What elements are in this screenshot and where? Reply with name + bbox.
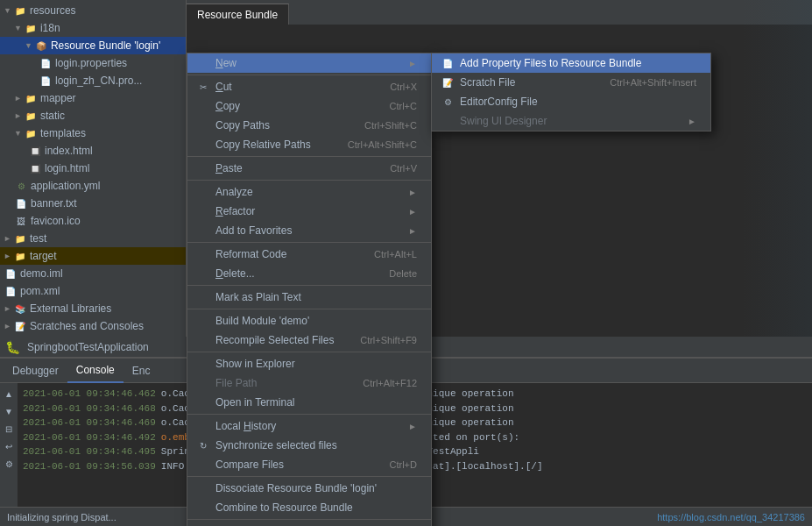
sidebar-item-app-yml[interactable]: ⚙ application.yml bbox=[0, 177, 186, 195]
menu-label: Reformat Code bbox=[215, 248, 353, 260]
submenu-item-editorconfig[interactable]: ⚙ EditorConfig File bbox=[432, 92, 710, 111]
settings-icon[interactable]: ⚙ bbox=[2, 457, 16, 471]
expand-icon: ► bbox=[4, 252, 11, 260]
bottom-left-icons: ▲ ▼ ⊟ ↩ ⚙ bbox=[0, 383, 18, 507]
sidebar-item-label: pom.xml bbox=[20, 285, 60, 297]
menu-item-reformat-code[interactable]: Reformat Code Ctrl+Alt+L bbox=[187, 245, 431, 264]
menu-item-dissociate[interactable]: Dissociate Resource Bundle 'login' bbox=[187, 479, 431, 498]
sidebar-item-login-zh[interactable]: 📄 login_zh_CN.pro... bbox=[0, 72, 186, 89]
menu-item-mark-plain-text[interactable]: Mark as Plain Text bbox=[187, 288, 431, 307]
sidebar-item-banner[interactable]: 📄 banner.txt bbox=[0, 195, 186, 212]
menu-item-refactor[interactable]: Refactor ► bbox=[187, 202, 431, 221]
menu-item-add-to-favorites[interactable]: Add to Favorites ► bbox=[187, 221, 431, 240]
menu-item-copy[interactable]: Copy Ctrl+C bbox=[187, 96, 431, 116]
wrap-icon[interactable]: ↩ bbox=[2, 439, 16, 453]
menu-item-open-terminal[interactable]: Open in Terminal bbox=[187, 393, 431, 412]
sync-icon: ↻ bbox=[194, 438, 212, 452]
log-timestamp: 2021-06-01 09:34:46.495 bbox=[23, 444, 156, 459]
sidebar-item-login-properties[interactable]: 📄 login.properties bbox=[0, 54, 186, 72]
expand-icon: ► bbox=[14, 111, 22, 120]
menu-label: Dissociate Resource Bundle 'login' bbox=[215, 482, 417, 494]
sidebar-item-static[interactable]: ► 📁 static bbox=[0, 107, 186, 124]
menu-item-local-history[interactable]: Local History ► bbox=[187, 416, 431, 436]
menu-label: Combine to Resource Bundle bbox=[215, 501, 417, 514]
folder-icon: 📁 bbox=[24, 126, 38, 140]
sidebar-item-resources[interactable]: ▼ 📁 resources bbox=[0, 2, 186, 19]
tab-enc[interactable]: Enc bbox=[124, 359, 159, 383]
sidebar-item-label: resources bbox=[30, 4, 76, 17]
log-timestamp: 2021-06-01 09:34:46.492 bbox=[23, 430, 156, 445]
tab-debugger[interactable]: Debugger bbox=[4, 359, 67, 383]
sidebar-item-favicon[interactable]: 🖼 favicon.ico bbox=[0, 212, 186, 230]
folder-icon: 📁 bbox=[13, 4, 27, 18]
scratch-icon: 📝 bbox=[439, 75, 456, 89]
menu-separator bbox=[187, 309, 431, 309]
sidebar-item-label: login_zh_CN.pro... bbox=[55, 75, 142, 87]
dissociate-icon bbox=[194, 481, 212, 495]
sidebar-item-templates[interactable]: ▼ 📁 templates bbox=[0, 124, 186, 142]
tab-console[interactable]: Console bbox=[67, 359, 124, 383]
menu-separator bbox=[187, 476, 431, 477]
cut-icon: ✂ bbox=[194, 80, 212, 94]
expand-icon: ▼ bbox=[14, 24, 22, 32]
menu-item-delete[interactable]: Delete... Delete bbox=[187, 264, 431, 283]
expand-icon: ► bbox=[4, 322, 11, 331]
sidebar-item-label: Resource Bundle 'login' bbox=[51, 39, 160, 52]
menu-item-copy-relative-paths[interactable]: Copy Relative Paths Ctrl+Alt+Shift+C bbox=[187, 135, 431, 154]
submenu-label: Swing UI Designer bbox=[460, 115, 688, 127]
copy-paths-icon bbox=[194, 118, 212, 132]
sidebar-item-test[interactable]: ► 📁 test bbox=[0, 230, 186, 247]
menu-item-file-path[interactable]: File Path Ctrl+Alt+F12 bbox=[187, 373, 431, 393]
sidebar-item-label: demo.iml bbox=[20, 267, 63, 280]
menu-item-build-module[interactable]: Build Module 'demo' bbox=[187, 311, 431, 331]
sidebar-item-pom[interactable]: 📄 pom.xml bbox=[0, 282, 186, 300]
sidebar-item-label: index.html bbox=[45, 145, 93, 157]
sidebar: ▼ 📁 resources ▼ 📁 i18n ▼ 📦 Resource Bund… bbox=[0, 0, 187, 337]
status-url: https://blog.csdn.net/qq_34217386 bbox=[657, 512, 805, 522]
sidebar-item-mapper[interactable]: ► 📁 mapper bbox=[0, 89, 186, 107]
sidebar-item-target[interactable]: ► 📁 target bbox=[0, 247, 186, 265]
menu-shortcut: Ctrl+C bbox=[390, 101, 417, 111]
up-icon[interactable]: ▲ bbox=[2, 387, 16, 401]
menu-item-paste[interactable]: Paste Ctrl+V bbox=[187, 159, 431, 178]
menu-item-copy-paths[interactable]: Copy Paths Ctrl+Shift+C bbox=[187, 116, 431, 135]
sidebar-item-resource-bundle[interactable]: ▼ 📦 Resource Bundle 'login' bbox=[0, 37, 186, 54]
sidebar-item-demo-iml[interactable]: 📄 demo.iml bbox=[0, 265, 186, 282]
sidebar-item-external-libraries[interactable]: ► 📚 External Libraries bbox=[0, 300, 186, 317]
filter-icon[interactable]: ⊟ bbox=[2, 422, 16, 436]
menu-label: Local History bbox=[215, 420, 408, 432]
menu-item-compare-files[interactable]: Compare Files Ctrl+D bbox=[187, 455, 431, 474]
menu-item-cut[interactable]: ✂ Cut Ctrl+X bbox=[187, 77, 431, 96]
sidebar-item-label: templates bbox=[40, 127, 86, 139]
menu-item-create-gist[interactable]: ⊙ Create Gist... bbox=[187, 522, 431, 526]
paste-icon bbox=[194, 161, 212, 175]
submenu-item-add-property-files[interactable]: 📄 Add Property Files to Resource Bundle bbox=[432, 53, 710, 73]
menu-label: Paste bbox=[215, 162, 369, 174]
menu-label: Synchronize selected files bbox=[215, 439, 417, 451]
sidebar-item-scratches[interactable]: ► 📝 Scratches and Consoles bbox=[0, 317, 186, 335]
menu-shortcut: Ctrl+Alt+L bbox=[374, 249, 417, 259]
tab-label: Debugger bbox=[12, 365, 59, 377]
app-name: SpringbootTestApplication bbox=[27, 341, 149, 353]
down-icon[interactable]: ▼ bbox=[2, 404, 16, 418]
sidebar-item-login-html[interactable]: 🔲 login.html bbox=[0, 160, 186, 177]
mark-icon bbox=[194, 290, 212, 304]
delete-icon bbox=[194, 267, 212, 281]
submenu-item-scratch-file[interactable]: 📝 Scratch File Ctrl+Alt+Shift+Insert bbox=[432, 73, 710, 92]
menu-label: Copy Paths bbox=[215, 119, 343, 132]
sidebar-item-index-html[interactable]: 🔲 index.html bbox=[0, 142, 186, 160]
menu-item-analyze[interactable]: Analyze ► bbox=[187, 182, 431, 202]
sidebar-item-i18n[interactable]: ▼ 📁 i18n bbox=[0, 19, 186, 37]
menu-item-new[interactable]: New ► 📄 Add Property Files to Resource B… bbox=[187, 53, 431, 73]
sidebar-item-label: login.properties bbox=[55, 57, 127, 69]
submenu-shortcut: Ctrl+Alt+Shift+Insert bbox=[610, 77, 696, 88]
scratches-icon: 📝 bbox=[13, 319, 27, 333]
menu-item-synchronize[interactable]: ↻ Synchronize selected files bbox=[187, 436, 431, 455]
tab-label: Enc bbox=[132, 365, 151, 377]
submenu-arrow-icon: ► bbox=[408, 59, 417, 68]
analyze-icon bbox=[194, 185, 212, 199]
editor-tab-resource-bundle[interactable]: Resource Bundle bbox=[187, 4, 289, 25]
menu-item-combine[interactable]: Combine to Resource Bundle bbox=[187, 498, 431, 517]
menu-item-show-in-explorer[interactable]: Show in Explorer bbox=[187, 354, 431, 373]
menu-item-recompile[interactable]: Recompile Selected Files Ctrl+Shift+F9 bbox=[187, 331, 431, 350]
